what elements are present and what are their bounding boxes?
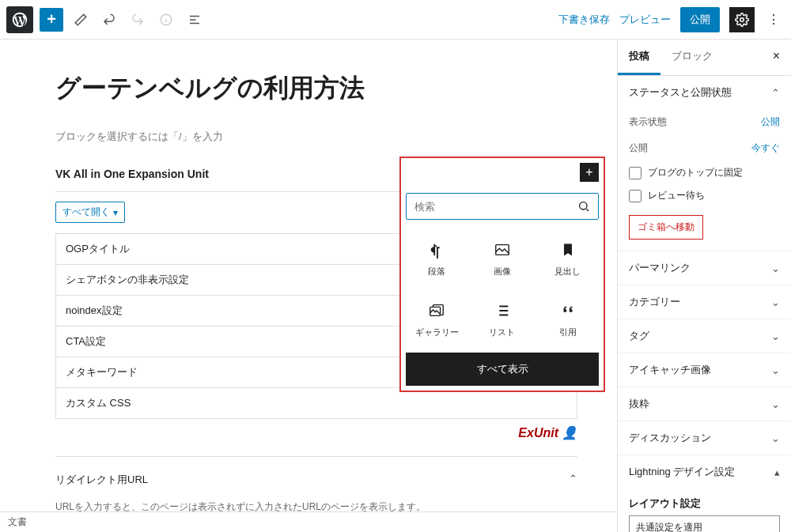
block-search[interactable] (406, 193, 599, 220)
status-panel-toggle[interactable]: ステータスと公開状態⌃ (618, 76, 791, 109)
block-placeholder[interactable]: ブロックを選択するには「/」を入力 (55, 130, 577, 144)
publish-value[interactable]: 今すぐ (751, 141, 780, 155)
show-all-blocks-button[interactable]: すべて表示 (406, 353, 599, 386)
settings-button[interactable] (729, 7, 755, 32)
chevron-up-icon: ⌃ (771, 87, 780, 99)
inserter-toggle-button[interactable]: + (580, 163, 599, 182)
outline-icon[interactable] (184, 9, 206, 31)
quote-icon (558, 301, 577, 320)
pending-checkbox-row[interactable]: レビュー待ち (618, 184, 791, 207)
svg-point-1 (740, 17, 744, 21)
block-heading[interactable]: 見出し (536, 236, 599, 282)
add-block-button[interactable]: + (40, 8, 63, 32)
permalink-panel[interactable]: パーマリンク⌄ (618, 251, 791, 285)
move-to-trash-button[interactable]: ゴミ箱へ移動 (629, 215, 703, 240)
pending-checkbox[interactable] (629, 190, 642, 202)
layout-select[interactable]: 共通設定を適用 (629, 515, 780, 532)
excerpt-panel[interactable]: 抜粋⌄ (618, 387, 791, 421)
image-icon (493, 240, 512, 259)
publish-button[interactable]: 公開 (680, 7, 720, 32)
chevron-down-icon: ⌄ (771, 262, 780, 274)
save-draft-button[interactable]: 下書き保存 (558, 13, 610, 27)
settings-sidebar: 投稿 ブロック × ステータスと公開状態⌃ 表示状態公開 公開今すぐ ブログのト… (617, 40, 791, 532)
block-list[interactable]: リスト (471, 296, 534, 343)
block-inserter-popover: + 段落 画像 見出し ギャラリー リスト 引用 すべて表示 (399, 157, 605, 392)
block-search-input[interactable] (414, 201, 577, 213)
chevron-down-icon: ⌄ (771, 330, 780, 342)
more-menu-button[interactable]: ⋮ (764, 12, 783, 27)
editor-canvas: グーテンベルグの利用方法 ブロックを選択するには「/」を入力 VK All in… (0, 40, 617, 532)
discussion-panel[interactable]: ディスカッション⌄ (618, 421, 791, 455)
lightning-panel[interactable]: Lightning デザイン設定▴ (618, 455, 791, 489)
stick-checkbox[interactable] (629, 167, 642, 179)
stick-checkbox-row[interactable]: ブログのトップに固定 (618, 161, 791, 184)
chevron-down-icon: ⌄ (771, 296, 780, 308)
undo-icon[interactable] (98, 9, 120, 31)
block-gallery[interactable]: ギャラリー (406, 296, 468, 343)
featured-image-panel[interactable]: アイキャッチ画像⌄ (618, 353, 791, 387)
caret-down-icon: ▾ (113, 207, 118, 218)
publish-label: 公開 (629, 141, 648, 155)
block-image[interactable]: 画像 (471, 236, 534, 282)
categories-panel[interactable]: カテゴリー⌄ (618, 285, 791, 319)
tab-post[interactable]: 投稿 (618, 40, 660, 75)
redirect-panel-toggle[interactable]: リダイレクト用URL⌃ (55, 466, 577, 493)
tab-block[interactable]: ブロック (660, 40, 724, 75)
info-icon[interactable] (155, 9, 177, 31)
block-quote[interactable]: 引用 (536, 296, 599, 343)
bookmark-icon (558, 240, 577, 259)
visibility-value[interactable]: 公開 (761, 115, 780, 129)
chevron-down-icon: ⌄ (771, 432, 780, 444)
preview-button[interactable]: プレビュー (619, 13, 671, 27)
edit-icon[interactable] (70, 9, 92, 31)
top-toolbar: + 下書き保存 プレビュー 公開 ⋮ (0, 0, 791, 40)
visibility-label: 表示状態 (629, 115, 667, 129)
chevron-up-icon: ⌃ (569, 473, 577, 487)
redo-icon[interactable] (127, 9, 149, 31)
chevron-down-icon: ⌄ (771, 364, 780, 376)
search-icon (577, 200, 590, 213)
list-icon (493, 301, 512, 320)
close-sidebar-button[interactable]: × (762, 40, 791, 75)
tags-panel[interactable]: タグ⌄ (618, 319, 791, 353)
exunit-brand: ExUnit 👤 (55, 425, 577, 440)
paragraph-icon (427, 240, 446, 259)
breadcrumb[interactable]: 文書 (0, 511, 617, 532)
svg-point-2 (580, 202, 587, 209)
post-title[interactable]: グーテンベルグの利用方法 (55, 71, 577, 106)
wordpress-logo[interactable] (6, 6, 33, 33)
gallery-icon (427, 301, 446, 320)
block-paragraph[interactable]: 段落 (406, 236, 468, 282)
chevron-up-icon: ▴ (774, 466, 780, 478)
chevron-down-icon: ⌄ (771, 398, 780, 410)
layout-label: レイアウト設定 (618, 489, 791, 515)
open-all-button[interactable]: すべて開く ▾ (55, 202, 125, 223)
